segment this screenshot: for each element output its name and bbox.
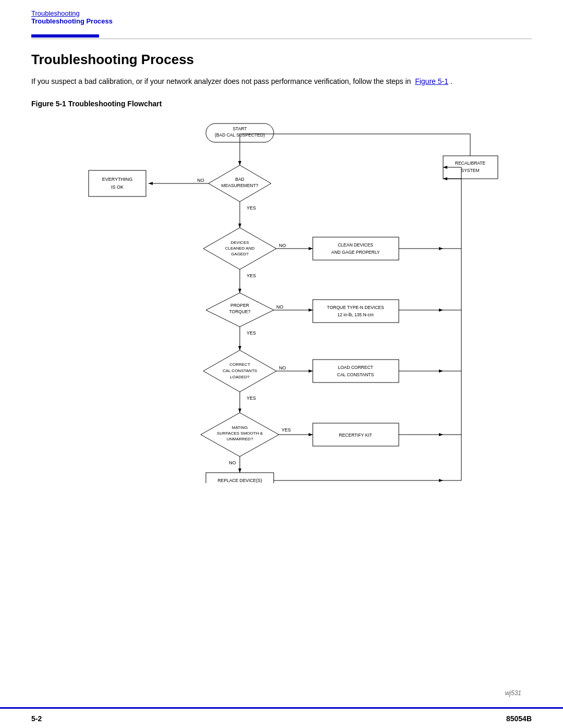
breadcrumb-current: Troubleshooting Process (31, 17, 532, 25)
page-footer: 5-2 85054B (0, 707, 563, 728)
svg-text:NO: NO (279, 243, 286, 248)
page-title: Troubleshooting Process (31, 52, 532, 68)
svg-text:AND GAGE PROPERLY: AND GAGE PROPERLY (332, 250, 380, 255)
blue-accent-bar (31, 34, 99, 38)
svg-text:DEVICES: DEVICES (230, 240, 249, 245)
svg-rect-22 (313, 237, 399, 260)
svg-text:GAGED?: GAGED? (231, 252, 249, 256)
svg-text:NO: NO (279, 365, 286, 371)
svg-text:CLEANED AND: CLEANED AND (225, 246, 255, 251)
svg-text:NO: NO (197, 178, 204, 183)
svg-text:YES: YES (247, 330, 256, 336)
svg-rect-45 (313, 360, 399, 382)
footer-page-number: 5-2 (31, 714, 42, 723)
svg-text:PROPER: PROPER (230, 303, 249, 308)
svg-text:BAD: BAD (235, 177, 244, 182)
svg-rect-33 (313, 300, 399, 323)
svg-text:START: START (232, 126, 247, 131)
svg-text:TORQUE?: TORQUE? (229, 309, 251, 314)
body-text: If you suspect a bad calibration, or if … (31, 76, 532, 87)
svg-text:CORRECT: CORRECT (229, 362, 250, 367)
svg-text:YES: YES (247, 396, 256, 401)
svg-text:CAL CONSTANTS: CAL CONSTANTS (337, 372, 374, 377)
svg-text:UNMARRED?: UNMARRED? (227, 437, 253, 441)
svg-text:YES: YES (282, 427, 291, 433)
svg-text:NO: NO (276, 304, 284, 310)
svg-text:EVERYTHING: EVERYTHING (102, 177, 132, 182)
svg-text:REPLACE DEVICE(S): REPLACE DEVICE(S) (217, 478, 262, 483)
svg-text:MATING: MATING (232, 425, 248, 430)
svg-text:IS OK: IS OK (111, 184, 124, 190)
svg-text:RECERTIFY KIT: RECERTIFY KIT (339, 433, 372, 438)
svg-text:12 in-lb, 135 N-cm: 12 in-lb, 135 N-cm (337, 312, 373, 317)
figure-link[interactable]: Figure 5-1 (415, 77, 448, 85)
figure-caption: Figure 5-1 Troubleshooting Flowchart (31, 100, 532, 108)
header-rule (31, 39, 532, 39)
svg-text:CAL CONSTANTS: CAL CONSTANTS (223, 368, 257, 373)
svg-text:TORQUE TYPE-N DEVICES: TORQUE TYPE-N DEVICES (327, 305, 384, 310)
flowchart-container: START (BAD CAL SUSPECTED) BAD MEASUREMEN… (31, 118, 532, 483)
flowchart-svg: START (BAD CAL SUSPECTED) BAD MEASUREMEN… (47, 118, 516, 483)
svg-text:NO: NO (229, 460, 236, 465)
footer-document-number: 85054B (506, 714, 532, 723)
watermark-label: wj531 (505, 689, 521, 697)
svg-text:RECALIBRATE: RECALIBRATE (455, 161, 486, 166)
svg-text:MEASUREMENT?: MEASUREMENT? (222, 183, 259, 188)
breadcrumb-parent[interactable]: Troubleshooting (31, 9, 532, 17)
svg-text:YES: YES (247, 273, 256, 278)
svg-text:SYSTEM: SYSTEM (461, 168, 480, 173)
svg-text:YES: YES (247, 205, 256, 211)
svg-text:CLEAN DEVICES: CLEAN DEVICES (338, 242, 373, 248)
svg-text:SURFACES SMOOTH &: SURFACES SMOOTH & (217, 431, 263, 436)
svg-text:LOAD CORRECT: LOAD CORRECT (338, 365, 373, 370)
svg-rect-11 (89, 170, 146, 196)
svg-text:LOADED?: LOADED? (230, 375, 250, 379)
